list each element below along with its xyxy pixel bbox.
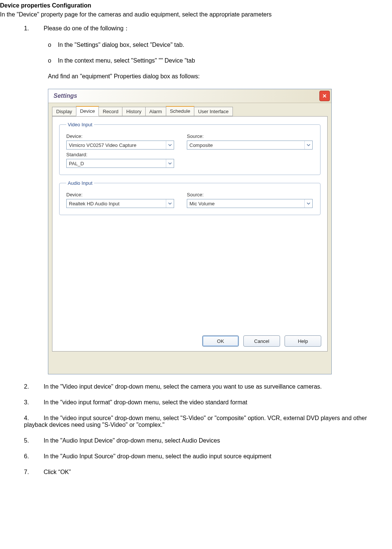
settings-dialog-screenshot: Settings ✕ Display Device Record History… [48,89,392,374]
list-text: In the "video input format" drop-down me… [43,399,247,405]
close-button[interactable]: ✕ [319,91,330,101]
tab-display[interactable]: Display [52,107,76,116]
list-number: 4. [24,415,42,422]
audio-source-value: Mic Volume [189,201,215,206]
tab-history[interactable]: History [122,107,145,116]
video-source-combo[interactable]: Composite [187,141,313,150]
tab-record[interactable]: Record [98,107,122,116]
video-input-group: Video Input Device: Vimicro VC0257 Video… [59,122,320,175]
settings-window: Settings ✕ Display Device Record History… [48,89,332,374]
tab-panel-device: Video Input Device: Vimicro VC0257 Video… [52,116,328,352]
tab-schedule[interactable]: Schedule [166,106,194,116]
list-text: In the "Audio Input Device" drop-down me… [43,437,220,444]
audio-device-value: Realtek HD Audio Input [69,201,119,206]
list-text: In the "Audio Input Source" drop-down me… [43,453,271,459]
list-number: 5. [24,437,42,444]
list-item-7: 7. Click “OK” [24,469,392,476]
list-number: 3. [24,399,42,406]
video-source-value: Composite [189,142,213,148]
list-text: In the "Video input device" drop-down me… [43,383,322,390]
close-icon: ✕ [322,93,327,99]
sub-bullet: o [48,42,56,48]
list-item-4: 4. In the "video input source" drop-down… [24,415,392,428]
list-item-2: 2. In the "Video input device" drop-down… [24,383,392,390]
video-standard-combo[interactable]: PAL_D [66,159,174,168]
video-device-combo[interactable]: Vimicro VC0257 Video Capture [66,141,174,150]
intro-text: In the "Device" property page for the ca… [0,11,392,18]
chevron-down-icon [304,141,312,149]
audio-device-combo[interactable]: Realtek HD Audio Input [66,199,174,208]
list-item-5: 5. In the "Audio Input Device" drop-down… [24,437,392,444]
sub-text: In the context menu, select "Settings" "… [58,57,195,64]
audio-input-legend: Audio Input [66,180,94,186]
chevron-down-icon [166,199,174,208]
window-title: Settings [54,93,77,99]
cancel-button[interactable]: Cancel [243,335,280,347]
page-heading: Device properties Configuration [0,2,392,9]
video-device-value: Vimicro VC0257 Video Capture [69,142,136,148]
sub-bullet: o [48,57,56,64]
help-button[interactable]: Help [285,335,321,347]
list-item-3: 3. In the "video input format" drop-down… [24,399,392,406]
tab-device[interactable]: Device [76,106,99,116]
list-item-1: 1. Please do one of the following： [24,25,392,33]
ok-button[interactable]: OK [202,335,239,347]
audio-input-group: Audio Input Device: Realtek HD Audio Inp… [59,180,320,215]
video-device-label: Device: [66,133,174,139]
chevron-down-icon [166,159,174,168]
video-standard-value: PAL_D [69,161,84,166]
list-sub-item-b: o In the context menu, select "Settings"… [48,57,392,64]
list-sub-item-a: o In the "Settings" dialog box, select "… [48,42,392,48]
video-source-label: Source: [187,133,313,139]
list-number: 7. [24,469,42,476]
list-number: 6. [24,453,42,460]
list-text: Please do one of the following： [43,25,129,31]
video-input-legend: Video Input [66,122,94,127]
audio-source-label: Source: [187,192,313,197]
titlebar: Settings ✕ [48,89,331,103]
audio-source-combo[interactable]: Mic Volume [187,199,313,208]
chevron-down-icon [304,199,312,208]
tab-user-interface[interactable]: User Interface [194,107,233,116]
tab-alarm[interactable]: Alarm [145,107,166,116]
list-number: 2. [24,383,42,390]
audio-device-label: Device: [66,192,174,197]
list-note: And find an "equipment" Properties dialo… [48,73,392,80]
chevron-down-icon [166,141,174,149]
list-item-6: 6. In the "Audio Input Source" drop-down… [24,453,392,460]
list-text: In the "video input source" drop-down me… [24,415,367,428]
tabstrip: Display Device Record History Alarm Sche… [48,103,331,116]
dialog-button-row: OK Cancel Help [202,335,321,347]
video-standard-label: Standard: [66,152,174,157]
sub-text: In the "Settings" dialog box, select "De… [58,42,184,48]
list-number: 1. [24,25,42,32]
list-text: Click “OK” [43,469,71,475]
